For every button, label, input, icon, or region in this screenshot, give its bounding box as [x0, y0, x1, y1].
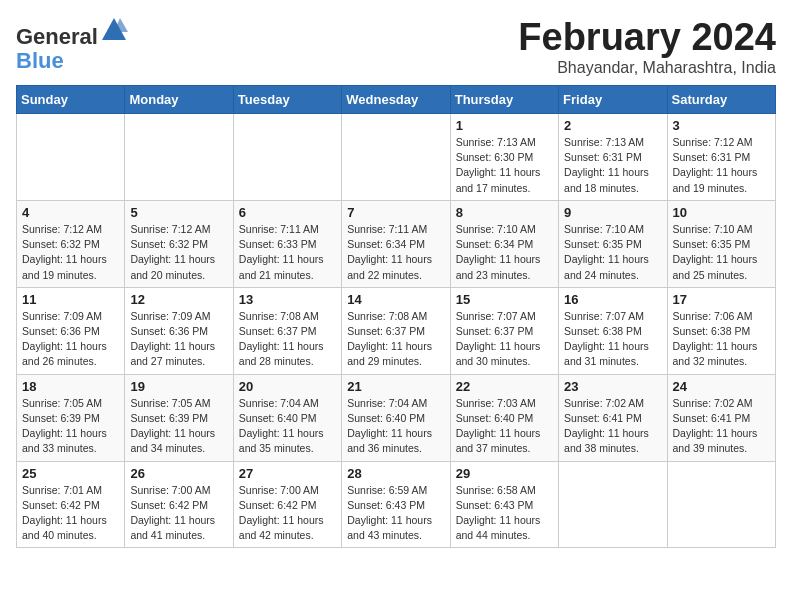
day-number: 9	[564, 205, 661, 220]
day-number: 19	[130, 379, 227, 394]
calendar-cell: 20Sunrise: 7:04 AM Sunset: 6:40 PM Dayli…	[233, 374, 341, 461]
day-number: 6	[239, 205, 336, 220]
day-info: Sunrise: 6:58 AM Sunset: 6:43 PM Dayligh…	[456, 483, 553, 544]
calendar-week-row: 1Sunrise: 7:13 AM Sunset: 6:30 PM Daylig…	[17, 114, 776, 201]
day-info: Sunrise: 7:12 AM Sunset: 6:32 PM Dayligh…	[22, 222, 119, 283]
calendar-cell: 10Sunrise: 7:10 AM Sunset: 6:35 PM Dayli…	[667, 200, 775, 287]
page-header: General Blue February 2024 Bhayandar, Ma…	[16, 16, 776, 77]
calendar-cell: 7Sunrise: 7:11 AM Sunset: 6:34 PM Daylig…	[342, 200, 450, 287]
weekday-header: Friday	[559, 86, 667, 114]
day-info: Sunrise: 7:05 AM Sunset: 6:39 PM Dayligh…	[130, 396, 227, 457]
day-info: Sunrise: 7:05 AM Sunset: 6:39 PM Dayligh…	[22, 396, 119, 457]
calendar-cell: 29Sunrise: 6:58 AM Sunset: 6:43 PM Dayli…	[450, 461, 558, 548]
title-block: February 2024 Bhayandar, Maharashtra, In…	[518, 16, 776, 77]
day-number: 15	[456, 292, 553, 307]
day-number: 7	[347, 205, 444, 220]
calendar-cell: 11Sunrise: 7:09 AM Sunset: 6:36 PM Dayli…	[17, 287, 125, 374]
weekday-header: Tuesday	[233, 86, 341, 114]
calendar-cell: 13Sunrise: 7:08 AM Sunset: 6:37 PM Dayli…	[233, 287, 341, 374]
day-info: Sunrise: 7:13 AM Sunset: 6:31 PM Dayligh…	[564, 135, 661, 196]
day-number: 18	[22, 379, 119, 394]
day-info: Sunrise: 7:09 AM Sunset: 6:36 PM Dayligh…	[130, 309, 227, 370]
calendar-title: February 2024	[518, 16, 776, 59]
calendar-cell: 4Sunrise: 7:12 AM Sunset: 6:32 PM Daylig…	[17, 200, 125, 287]
calendar-cell: 18Sunrise: 7:05 AM Sunset: 6:39 PM Dayli…	[17, 374, 125, 461]
calendar-cell: 25Sunrise: 7:01 AM Sunset: 6:42 PM Dayli…	[17, 461, 125, 548]
logo-blue: Blue	[16, 48, 64, 73]
calendar-week-row: 18Sunrise: 7:05 AM Sunset: 6:39 PM Dayli…	[17, 374, 776, 461]
calendar-cell: 12Sunrise: 7:09 AM Sunset: 6:36 PM Dayli…	[125, 287, 233, 374]
day-number: 8	[456, 205, 553, 220]
calendar-body: 1Sunrise: 7:13 AM Sunset: 6:30 PM Daylig…	[17, 114, 776, 548]
day-number: 11	[22, 292, 119, 307]
day-number: 17	[673, 292, 770, 307]
calendar-cell: 5Sunrise: 7:12 AM Sunset: 6:32 PM Daylig…	[125, 200, 233, 287]
calendar-table: SundayMondayTuesdayWednesdayThursdayFrid…	[16, 85, 776, 548]
day-info: Sunrise: 7:12 AM Sunset: 6:31 PM Dayligh…	[673, 135, 770, 196]
calendar-week-row: 25Sunrise: 7:01 AM Sunset: 6:42 PM Dayli…	[17, 461, 776, 548]
weekday-header: Wednesday	[342, 86, 450, 114]
calendar-week-row: 11Sunrise: 7:09 AM Sunset: 6:36 PM Dayli…	[17, 287, 776, 374]
calendar-cell: 1Sunrise: 7:13 AM Sunset: 6:30 PM Daylig…	[450, 114, 558, 201]
day-info: Sunrise: 7:06 AM Sunset: 6:38 PM Dayligh…	[673, 309, 770, 370]
logo-general: General	[16, 24, 98, 49]
calendar-cell: 27Sunrise: 7:00 AM Sunset: 6:42 PM Dayli…	[233, 461, 341, 548]
day-number: 25	[22, 466, 119, 481]
calendar-cell	[559, 461, 667, 548]
calendar-cell	[667, 461, 775, 548]
day-number: 5	[130, 205, 227, 220]
weekday-header: Sunday	[17, 86, 125, 114]
day-number: 28	[347, 466, 444, 481]
calendar-cell: 24Sunrise: 7:02 AM Sunset: 6:41 PM Dayli…	[667, 374, 775, 461]
day-number: 24	[673, 379, 770, 394]
day-number: 29	[456, 466, 553, 481]
day-info: Sunrise: 7:04 AM Sunset: 6:40 PM Dayligh…	[347, 396, 444, 457]
weekday-header: Saturday	[667, 86, 775, 114]
calendar-cell: 9Sunrise: 7:10 AM Sunset: 6:35 PM Daylig…	[559, 200, 667, 287]
day-number: 13	[239, 292, 336, 307]
calendar-cell: 23Sunrise: 7:02 AM Sunset: 6:41 PM Dayli…	[559, 374, 667, 461]
day-number: 14	[347, 292, 444, 307]
day-info: Sunrise: 7:02 AM Sunset: 6:41 PM Dayligh…	[673, 396, 770, 457]
weekday-header: Monday	[125, 86, 233, 114]
day-number: 23	[564, 379, 661, 394]
day-number: 26	[130, 466, 227, 481]
weekday-header-row: SundayMondayTuesdayWednesdayThursdayFrid…	[17, 86, 776, 114]
day-info: Sunrise: 7:01 AM Sunset: 6:42 PM Dayligh…	[22, 483, 119, 544]
calendar-cell	[17, 114, 125, 201]
day-info: Sunrise: 7:10 AM Sunset: 6:35 PM Dayligh…	[673, 222, 770, 283]
day-number: 10	[673, 205, 770, 220]
calendar-cell: 6Sunrise: 7:11 AM Sunset: 6:33 PM Daylig…	[233, 200, 341, 287]
logo-icon	[100, 16, 128, 44]
day-info: Sunrise: 7:00 AM Sunset: 6:42 PM Dayligh…	[130, 483, 227, 544]
day-info: Sunrise: 7:11 AM Sunset: 6:34 PM Dayligh…	[347, 222, 444, 283]
day-info: Sunrise: 7:08 AM Sunset: 6:37 PM Dayligh…	[347, 309, 444, 370]
day-info: Sunrise: 7:02 AM Sunset: 6:41 PM Dayligh…	[564, 396, 661, 457]
day-number: 4	[22, 205, 119, 220]
calendar-cell: 28Sunrise: 6:59 AM Sunset: 6:43 PM Dayli…	[342, 461, 450, 548]
calendar-cell: 14Sunrise: 7:08 AM Sunset: 6:37 PM Dayli…	[342, 287, 450, 374]
calendar-cell	[233, 114, 341, 201]
calendar-cell: 16Sunrise: 7:07 AM Sunset: 6:38 PM Dayli…	[559, 287, 667, 374]
calendar-cell: 21Sunrise: 7:04 AM Sunset: 6:40 PM Dayli…	[342, 374, 450, 461]
day-number: 27	[239, 466, 336, 481]
day-number: 12	[130, 292, 227, 307]
day-info: Sunrise: 7:11 AM Sunset: 6:33 PM Dayligh…	[239, 222, 336, 283]
day-info: Sunrise: 7:09 AM Sunset: 6:36 PM Dayligh…	[22, 309, 119, 370]
calendar-cell	[125, 114, 233, 201]
calendar-cell	[342, 114, 450, 201]
calendar-cell: 26Sunrise: 7:00 AM Sunset: 6:42 PM Dayli…	[125, 461, 233, 548]
day-info: Sunrise: 7:07 AM Sunset: 6:38 PM Dayligh…	[564, 309, 661, 370]
day-info: Sunrise: 7:03 AM Sunset: 6:40 PM Dayligh…	[456, 396, 553, 457]
day-info: Sunrise: 7:07 AM Sunset: 6:37 PM Dayligh…	[456, 309, 553, 370]
calendar-cell: 2Sunrise: 7:13 AM Sunset: 6:31 PM Daylig…	[559, 114, 667, 201]
day-number: 3	[673, 118, 770, 133]
logo: General Blue	[16, 16, 128, 73]
day-info: Sunrise: 7:12 AM Sunset: 6:32 PM Dayligh…	[130, 222, 227, 283]
day-info: Sunrise: 7:13 AM Sunset: 6:30 PM Dayligh…	[456, 135, 553, 196]
calendar-cell: 15Sunrise: 7:07 AM Sunset: 6:37 PM Dayli…	[450, 287, 558, 374]
day-number: 20	[239, 379, 336, 394]
day-number: 1	[456, 118, 553, 133]
day-number: 16	[564, 292, 661, 307]
day-info: Sunrise: 7:00 AM Sunset: 6:42 PM Dayligh…	[239, 483, 336, 544]
